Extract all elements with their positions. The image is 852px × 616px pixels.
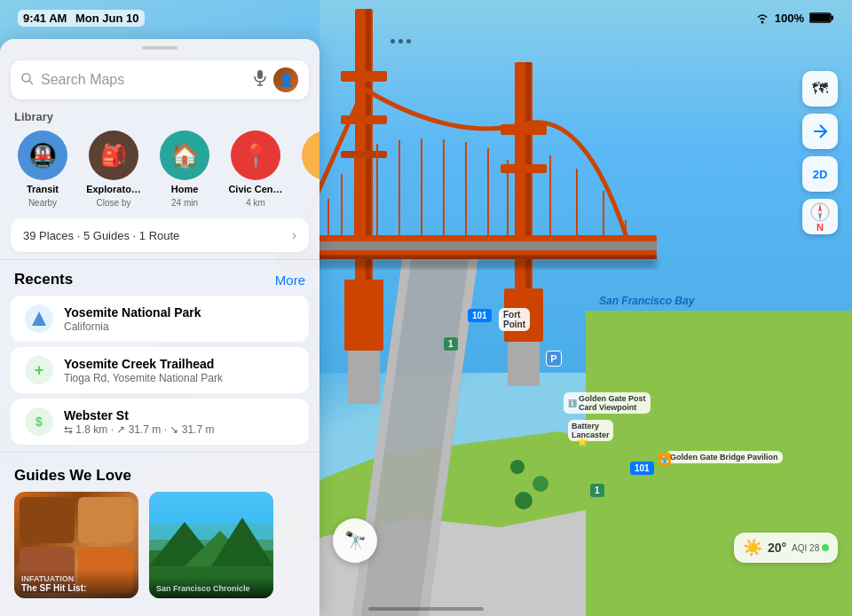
search-bar[interactable]: Search Maps 👤 <box>11 60 309 99</box>
yosemite-creek-info: Yosemite Creek Trailhead Tioga Rd, Yosem… <box>64 357 295 384</box>
yosemite-np-icon <box>25 304 53 333</box>
search-input[interactable]: Search Maps <box>41 72 247 88</box>
svg-rect-33 <box>810 14 830 21</box>
status-right: 100% <box>755 12 834 25</box>
map-label-gg-postcard: ℹ️ Golden Gate PostCard Viewpoint <box>564 392 651 414</box>
more-icon <box>302 130 320 180</box>
avatar[interactable]: 👤 <box>273 67 298 92</box>
civic-cen-icon: 📍 <box>231 130 280 180</box>
svg-point-35 <box>22 74 30 82</box>
svg-rect-27 <box>344 280 383 351</box>
battery-icon <box>809 12 834 24</box>
layers-icon: 🗺 <box>812 80 828 99</box>
civic-cen-subtitle: 4 km <box>246 198 265 208</box>
recents-title: Recents <box>14 271 73 288</box>
road-shield-1-green: 1 <box>444 337 458 351</box>
svg-rect-26 <box>275 257 657 268</box>
library-item-civic-cen[interactable]: 📍 Civic Cen… 4 km <box>227 130 284 208</box>
panel-handle[interactable] <box>142 46 178 50</box>
yosemite-creek-icon: + <box>25 356 53 384</box>
explorato-title: Explorato… <box>86 184 141 194</box>
library-section-label: Library <box>0 107 320 130</box>
search-icon <box>21 73 34 88</box>
map-pin-fort-point[interactable]: Fort Point <box>499 312 513 327</box>
svg-rect-34 <box>832 16 834 20</box>
road-shield-101-bottom: 101 <box>630 462 654 475</box>
weather-temp: 20° <box>768 541 786 555</box>
map-label-san-francisco-bay: San Francisco Bay <box>595 293 698 309</box>
directions-icon <box>812 123 828 139</box>
2d-view-button[interactable]: 2D <box>802 156 838 192</box>
svg-point-31 <box>761 21 763 24</box>
library-item-home[interactable]: 🏠 Home 24 min <box>156 130 213 208</box>
divider-2 <box>0 452 320 453</box>
svg-rect-28 <box>348 351 380 404</box>
webster-st-icon: $ <box>25 407 53 436</box>
guide-card-sf-chronicle[interactable]: San Francisco Chronicle <box>149 492 273 598</box>
map-label-gg-bridge-pavilion: Golden Gate Bridge Pavilion <box>666 451 783 463</box>
library-item-transit[interactable]: 🚇 Transit Nearby <box>14 130 71 208</box>
map-layers-button[interactable]: 🗺 <box>802 71 838 107</box>
explorato-subtitle: Close by <box>97 198 131 208</box>
home-icon: 🏠 <box>160 130 209 180</box>
road-shield-101-top: 101 <box>468 309 492 322</box>
guide-card-sf-hit-list[interactable]: INFATUATION The SF Hit List: <box>14 492 138 598</box>
svg-rect-24 <box>275 241 657 250</box>
webster-st-info: Webster St ⇆ 1.8 km · ↗ 31.7 m · ↘ 31.7 … <box>64 408 295 436</box>
library-item-more[interactable] <box>298 130 320 208</box>
microphone-icon[interactable] <box>254 70 266 90</box>
library-items: 🚇 Transit Nearby 🎒 Explorato… Close by 🏠… <box>0 130 320 218</box>
transit-title: Transit <box>27 184 59 194</box>
side-panel: Search Maps 👤 Library 🚇 Transit Nearby 🎒 <box>0 39 320 616</box>
map-controls: 🗺 2D N <box>802 71 838 234</box>
weather-badge[interactable]: ☀️ 20° AQI 28 <box>734 533 838 563</box>
home-subtitle: 24 min <box>171 198 198 208</box>
compass-button[interactable]: N <box>802 199 838 234</box>
2d-label: 2D <box>813 168 828 181</box>
recents-more-button[interactable]: More <box>275 272 305 288</box>
svg-rect-30 <box>508 342 540 386</box>
home-indicator <box>368 607 484 611</box>
road-shield-1-bottom: 1 <box>590 484 604 497</box>
svg-rect-2 <box>341 71 387 82</box>
explorato-icon: 🎒 <box>89 130 138 180</box>
three-dots-menu[interactable] <box>390 39 411 43</box>
directions-button[interactable] <box>802 114 838 149</box>
stats-text: 39 Places · 5 Guides · 1 Route <box>23 229 292 242</box>
recents-header: Recents More <box>0 267 320 296</box>
svg-line-36 <box>29 81 33 84</box>
aqi-dot <box>822 544 829 551</box>
svg-rect-4 <box>341 151 387 158</box>
guide-sf-chronicle-label: San Francisco Chronicle <box>149 579 273 598</box>
guides-scroll: INFATUATION The SF Hit List: San Francis… <box>0 492 320 612</box>
wifi-icon <box>755 12 769 24</box>
svg-marker-40 <box>32 312 46 326</box>
civic-cen-title: Civic Cen… <box>228 184 282 194</box>
aqi-badge: AQI 28 <box>792 543 829 553</box>
binoculars-button[interactable]: 🔭 <box>333 518 377 563</box>
map-pin-battery-lancaster[interactable]: BatteryLancaster <box>568 424 580 437</box>
home-title: Home <box>171 184 199 194</box>
transit-subtitle: Nearby <box>28 198 57 208</box>
chevron-right-icon: › <box>292 227 296 243</box>
weather-icon: ☀️ <box>743 538 762 557</box>
svg-rect-37 <box>257 70 263 79</box>
compass-n-label: N <box>816 223 824 233</box>
recent-item-webster-st[interactable]: $ Webster St ⇆ 1.8 km · ↗ 31.7 m · ↘ 31.… <box>11 399 309 445</box>
transit-icon: 🚇 <box>18 130 67 180</box>
recent-item-yosemite-np[interactable]: Yosemite National Park California <box>11 296 309 342</box>
binoculars-icon: 🔭 <box>344 530 367 551</box>
svg-marker-45 <box>818 203 822 212</box>
stats-row[interactable]: 39 Places · 5 Guides · 1 Route › <box>11 218 309 252</box>
divider-1 <box>0 259 320 260</box>
battery-text: 100% <box>775 12 804 25</box>
svg-marker-46 <box>818 212 822 221</box>
guide-sf-hit-list-label: INFATUATION The SF Hit List: <box>14 569 138 598</box>
compass-icon <box>809 201 831 223</box>
yosemite-np-info: Yosemite National Park California <box>64 305 295 333</box>
status-bar: 9:41 AM Mon Jun 10 100% <box>0 0 852 36</box>
recent-item-yosemite-creek[interactable]: + Yosemite Creek Trailhead Tioga Rd, Yos… <box>11 347 309 393</box>
status-time-date: 9:41 AM Mon Jun 10 <box>18 10 145 27</box>
library-item-explorato[interactable]: 🎒 Explorato… Close by <box>85 130 142 208</box>
guides-title: Guides We Love <box>0 460 320 492</box>
